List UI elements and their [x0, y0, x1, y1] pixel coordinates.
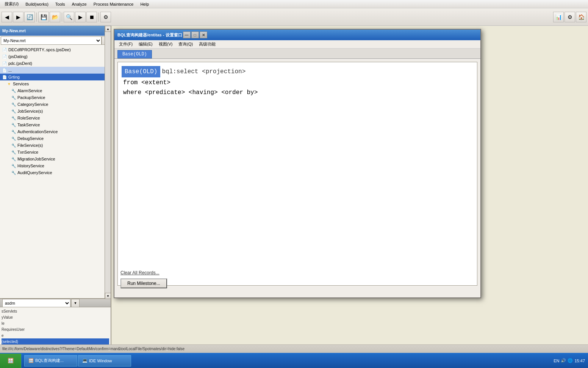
dialog-maximize-btn[interactable]: □	[191, 31, 199, 38]
prop-row-5[interactable]: (selected)	[2, 338, 109, 344]
left-panel-scrollbar[interactable]: ▲ ▼	[105, 26, 111, 299]
tree-label-1: (psDating)	[8, 54, 28, 59]
tree-item-2[interactable]: 📄 pdc.(psDent)	[0, 60, 111, 67]
left-panel-title: My-New.mrt	[2, 28, 26, 33]
toolbar-btn-refresh[interactable]: 🔄	[24, 12, 35, 22]
folder-icon: ▼	[6, 81, 12, 87]
menu-process[interactable]: Process Maintenance	[91, 1, 137, 7]
toolbar-btn-forward[interactable]: ▶	[13, 12, 23, 22]
tree-label-18: AuditQueryService	[17, 170, 52, 175]
tree-label-16: MigrationJobService	[17, 157, 55, 161]
tree-item-packup[interactable]: 🔧 PackupService	[0, 94, 111, 101]
dialog-menu-view[interactable]: 视图(V)	[156, 41, 176, 48]
tray-network[interactable]: 🌐	[568, 358, 573, 363]
clock: 15:47	[574, 359, 585, 363]
dialog-menu-file[interactable]: 文件(F)	[116, 41, 136, 48]
tree-item-audit[interactable]: 🔧 AuditQueryService	[0, 169, 111, 176]
tree-item-task[interactable]: 🔧 TaskService	[0, 121, 111, 128]
tree-item-debug[interactable]: 🔧 DebugService	[0, 135, 111, 142]
tree-item-1[interactable]: 📄 (psDating)	[0, 53, 111, 60]
tray-lang[interactable]: EN	[554, 359, 559, 363]
menu-help[interactable]: Help	[137, 1, 152, 7]
tray-volume[interactable]: 🔊	[561, 358, 566, 363]
tree-item-history[interactable]: 🔧 HistoryService	[0, 162, 111, 169]
status-text: file:///c:/form/Delaware/distinctives?/T…	[2, 347, 185, 351]
query-line-2: from <extent>	[122, 78, 473, 87]
toolbar-btn-search[interactable]: 🔍	[64, 12, 74, 22]
project-select[interactable]: My-New.mrt	[1, 36, 102, 45]
menu-tools[interactable]: Tools	[52, 1, 68, 7]
bottom-panel-header: asdm ▼	[0, 299, 111, 307]
tree-item-3[interactable]: 📄 ...	[0, 67, 111, 74]
tree-item-alarm[interactable]: 🔧 AlarmService	[0, 87, 111, 94]
taskbar-item-bql[interactable]: 🪟 BQL查询构建...	[24, 355, 77, 366]
dialog-menu-edit[interactable]: 编辑(E)	[136, 41, 156, 48]
prop-row-2[interactable]: le	[2, 320, 109, 326]
dialog-menu-advanced[interactable]: 高级功能	[196, 41, 219, 48]
dialog-close-btn[interactable]: ✕	[200, 31, 207, 38]
prop-label-2: le	[2, 321, 32, 326]
tree-item-job[interactable]: 🔧 JobService(s)	[0, 108, 111, 115]
property-select[interactable]: asdm	[2, 299, 70, 307]
query-base-old-label: Base(OLD)	[122, 66, 160, 77]
toolbar-btn-extra3[interactable]: 🏠	[576, 12, 586, 22]
service-icon-9: 🔧	[11, 149, 17, 155]
scroll-up-btn[interactable]: ▲	[105, 26, 111, 32]
scroll-down-btn[interactable]: ▼	[105, 293, 111, 299]
taskbar-icon-0: 🪟	[28, 358, 34, 363]
service-icon-8: 🔧	[11, 142, 17, 148]
toolbar-btn-open[interactable]: 📂	[50, 12, 60, 22]
dialog-minimize-btn[interactable]: —	[183, 31, 191, 38]
toolbar-btn-back[interactable]: ◀	[2, 12, 12, 22]
prop-label-5: (selected)	[2, 340, 32, 344]
dialog-window: BQL查询构建器/entitas - 设置窗口 — □ ✕ 文件(F) 编辑(E…	[114, 29, 481, 298]
tree-item-0[interactable]: 📄 DECdflPROPERTY..spcs.(psDee)	[0, 46, 111, 53]
dialog-menu-query[interactable]: 查询(Q)	[175, 41, 196, 48]
prop-label-1: yValue	[2, 315, 32, 319]
menu-search[interactable]: 搜索(U)	[2, 0, 22, 8]
tree-label-7: PackupService	[17, 95, 45, 100]
left-panel-header: My-New.mrt	[0, 26, 111, 36]
tree-item-services[interactable]: ▼ Services	[0, 80, 111, 87]
top-menubar: 搜索(U) Build(works) Tools Analyze Process…	[0, 0, 588, 8]
clear-all-btn[interactable]: Clear All Records...	[120, 270, 160, 275]
prop-row-3[interactable]: RequiresUser	[2, 326, 109, 332]
tree-item-category[interactable]: 🔧 CategoryService	[0, 101, 111, 108]
tree-item-txn[interactable]: 🔧 TxnService	[0, 149, 111, 156]
toolbar-btn-settings[interactable]: ⚙	[100, 12, 111, 22]
left-panel-dropdown: My-New.mrt ▼	[1, 36, 110, 45]
property-dropdown-btn[interactable]: ▼	[71, 299, 80, 307]
menu-build[interactable]: Build(works)	[22, 1, 52, 7]
toolbar-btn-save[interactable]: 💾	[38, 12, 49, 22]
prop-label-3: RequiresUser	[2, 327, 32, 332]
service-icon-4: 🔧	[11, 115, 17, 121]
tree-item-4[interactable]: 📄 Grting	[0, 74, 111, 80]
prop-row-0[interactable]: sServlets	[2, 308, 109, 314]
tree-label-15: TxnService	[17, 150, 38, 154]
tab-base-old[interactable]: Base(OLD)	[117, 50, 152, 58]
toolbar-btn-extra2[interactable]: ⚙	[565, 12, 575, 22]
status-bar: file:///c:/form/Delaware/distinctives?/T…	[0, 344, 588, 353]
toolbar-btn-run[interactable]: ▶	[75, 12, 86, 22]
query-where: where <predicate> <having> <order by>	[123, 89, 258, 96]
tree-label-3: ...	[8, 68, 12, 72]
toolbar-btn-stop[interactable]: ⏹	[86, 12, 97, 22]
taskbar-item-ide[interactable]: 💻 IDE Window	[78, 355, 131, 366]
toolbar-btn-extra[interactable]: 📊	[553, 12, 564, 22]
doc-icon-1: 📄	[2, 53, 8, 60]
doc-icon-4: 📄	[2, 74, 8, 80]
menu-analyze[interactable]: Analyze	[69, 1, 89, 7]
prop-row-1[interactable]: yValue	[2, 314, 109, 320]
tree-item-auth[interactable]: 🔧 AuthenticationService	[0, 128, 111, 135]
query-editor[interactable]: Base(OLD) bql:select <projection> from <…	[117, 62, 477, 286]
tree-item-file[interactable]: 🔧 FileService(s)	[0, 142, 111, 149]
taskbar-label-1: IDE Window	[89, 359, 112, 363]
run-milestone-btn[interactable]: Run Milestone...	[120, 278, 167, 288]
tree-item-migration[interactable]: 🔧 MigrationJobService	[0, 156, 111, 162]
prop-row-4[interactable]: e	[2, 332, 109, 338]
tree-label-11: TaskService	[17, 123, 40, 127]
tree-item-role[interactable]: 🔧 RoleService	[0, 115, 111, 121]
tree-label-17: HistoryService	[17, 164, 44, 168]
dialog-titlebar: BQL查询构建器/entitas - 设置窗口 — □ ✕	[114, 30, 480, 40]
start-button[interactable]: 🪟	[0, 354, 21, 368]
